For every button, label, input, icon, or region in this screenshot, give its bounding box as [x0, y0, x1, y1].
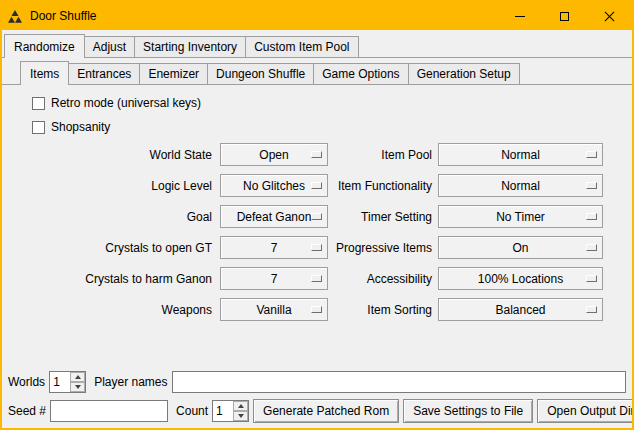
- close-button[interactable]: [587, 2, 632, 30]
- worlds-spinner[interactable]: 1: [49, 371, 86, 393]
- generate-patched-rom-button[interactable]: Generate Patched Rom: [253, 399, 399, 423]
- triangle-up-icon: [238, 404, 244, 408]
- dropdown-indicator-icon: [586, 275, 597, 282]
- accessibility-value: 100% Locations: [478, 272, 563, 286]
- seed-input[interactable]: [50, 400, 168, 422]
- weapons-label: Weapons: [10, 303, 212, 317]
- dropdown-indicator-icon: [586, 151, 597, 158]
- shopsanity-label: Shopsanity: [51, 120, 110, 134]
- count-spin-up-button[interactable]: [233, 401, 248, 411]
- goal-dropdown[interactable]: Defeat Ganon: [220, 205, 328, 228]
- crystals-harm-ganon-value: 7: [271, 272, 278, 286]
- count-spinner-buttons: [233, 401, 248, 421]
- dropdown-indicator-icon: [311, 182, 322, 189]
- worlds-spin-up-button[interactable]: [70, 372, 85, 382]
- weapons-value: Vanilla: [256, 303, 291, 317]
- count-label: Count: [176, 404, 208, 418]
- accessibility-label: Accessibility: [332, 272, 432, 286]
- worlds-label: Worlds: [8, 375, 45, 389]
- count-spin-down-button[interactable]: [233, 411, 248, 421]
- goal-label: Goal: [10, 210, 212, 224]
- minimize-icon: [515, 16, 525, 17]
- logic-level-label: Logic Level: [10, 179, 212, 193]
- titlebar[interactable]: Door Shuffle: [2, 2, 632, 30]
- shopsanity-checkbox-row[interactable]: Shopsanity: [2, 115, 632, 139]
- world-state-label: World State: [10, 148, 212, 162]
- progressive-items-dropdown[interactable]: On: [438, 236, 603, 259]
- secondary-tabbar: Items Entrances Enemizer Dungeon Shuffle…: [2, 58, 632, 84]
- timer-setting-label: Timer Setting: [332, 210, 432, 224]
- triangle-up-icon: [75, 375, 81, 379]
- minimize-button[interactable]: [497, 2, 542, 30]
- crystals-harm-ganon-dropdown[interactable]: 7: [220, 267, 328, 290]
- logic-level-value: No Glitches: [243, 179, 305, 193]
- dropdown-indicator-icon: [311, 213, 322, 220]
- form-row: Crystals to open GT 7 Progressive Items …: [2, 232, 632, 263]
- world-state-value: Open: [259, 148, 288, 162]
- worlds-spinner-buttons: [70, 372, 85, 392]
- dropdown-indicator-icon: [586, 213, 597, 220]
- item-functionality-label: Item Functionality: [332, 179, 432, 193]
- item-functionality-value: Normal: [501, 179, 540, 193]
- player-names-input[interactable]: [172, 371, 627, 393]
- worlds-value: 1: [50, 372, 70, 392]
- tab-starting-inventory[interactable]: Starting Inventory: [134, 36, 246, 57]
- goal-value: Defeat Ganon: [237, 210, 312, 224]
- tab-dungeon-shuffle[interactable]: Dungeon Shuffle: [207, 63, 314, 84]
- form-row: Logic Level No Glitches Item Functionali…: [2, 170, 632, 201]
- tab-game-options[interactable]: Game Options: [313, 63, 408, 84]
- randomize-pane: Items Entrances Enemizer Dungeon Shuffle…: [2, 57, 632, 325]
- primary-tabbar: Randomize Adjust Starting Inventory Cust…: [2, 30, 632, 57]
- tab-items[interactable]: Items: [20, 61, 69, 85]
- dropdown-indicator-icon: [311, 306, 322, 313]
- seed-label: Seed #: [8, 404, 46, 418]
- accessibility-dropdown[interactable]: 100% Locations: [438, 267, 603, 290]
- triangle-down-icon: [75, 385, 81, 389]
- form-row: Weapons Vanilla Item Sorting Balanced: [2, 294, 632, 325]
- tab-enemizer[interactable]: Enemizer: [139, 63, 208, 84]
- open-output-directory-button[interactable]: Open Output Directory: [537, 399, 634, 423]
- tab-adjust[interactable]: Adjust: [84, 36, 135, 57]
- dropdown-indicator-icon: [311, 275, 322, 282]
- item-sorting-dropdown[interactable]: Balanced: [438, 298, 603, 321]
- dropdown-indicator-icon: [311, 244, 322, 251]
- item-functionality-dropdown[interactable]: Normal: [438, 174, 603, 197]
- count-value: 1: [213, 401, 233, 421]
- worlds-spin-down-button[interactable]: [70, 382, 85, 392]
- app-window: Door Shuffle Randomize Adjust Starting I…: [0, 0, 634, 430]
- item-sorting-label: Item Sorting: [332, 303, 432, 317]
- timer-setting-dropdown[interactable]: No Timer: [438, 205, 603, 228]
- form-row: Goal Defeat Ganon Timer Setting No Timer: [2, 201, 632, 232]
- save-settings-button[interactable]: Save Settings to File: [403, 399, 533, 423]
- tab-generation-setup[interactable]: Generation Setup: [408, 63, 520, 84]
- progressive-items-value: On: [512, 241, 528, 255]
- dropdown-indicator-icon: [586, 182, 597, 189]
- dropdown-indicator-icon: [586, 306, 597, 313]
- crystals-harm-ganon-label: Crystals to harm Ganon: [10, 272, 212, 286]
- app-icon: [8, 9, 24, 23]
- window-title: Door Shuffle: [30, 9, 97, 23]
- crystals-open-gt-dropdown[interactable]: 7: [220, 236, 328, 259]
- retro-mode-checkbox[interactable]: [32, 97, 45, 110]
- form-row: Crystals to harm Ganon 7 Accessibility 1…: [2, 263, 632, 294]
- maximize-button[interactable]: [542, 2, 587, 30]
- weapons-dropdown[interactable]: Vanilla: [220, 298, 328, 321]
- tab-randomize[interactable]: Randomize: [4, 34, 85, 58]
- item-pool-label: Item Pool: [332, 148, 432, 162]
- tab-entrances[interactable]: Entrances: [68, 63, 140, 84]
- close-icon: [604, 11, 615, 22]
- item-sorting-value: Balanced: [495, 303, 545, 317]
- world-state-dropdown[interactable]: Open: [220, 143, 328, 166]
- shopsanity-checkbox[interactable]: [32, 121, 45, 134]
- retro-mode-checkbox-row[interactable]: Retro mode (universal keys): [2, 91, 632, 115]
- timer-setting-value: No Timer: [496, 210, 545, 224]
- maximize-icon: [560, 12, 569, 21]
- count-spinner[interactable]: 1: [212, 400, 249, 422]
- retro-mode-label: Retro mode (universal keys): [51, 96, 201, 110]
- tab-custom-item-pool[interactable]: Custom Item Pool: [245, 36, 358, 57]
- logic-level-dropdown[interactable]: No Glitches: [220, 174, 328, 197]
- seed-row: Seed # Count 1 Generate Patched Rom Save…: [2, 396, 632, 426]
- item-pool-dropdown[interactable]: Normal: [438, 143, 603, 166]
- triangle-down-icon: [238, 414, 244, 418]
- worlds-row: Worlds 1 Player names: [2, 368, 632, 396]
